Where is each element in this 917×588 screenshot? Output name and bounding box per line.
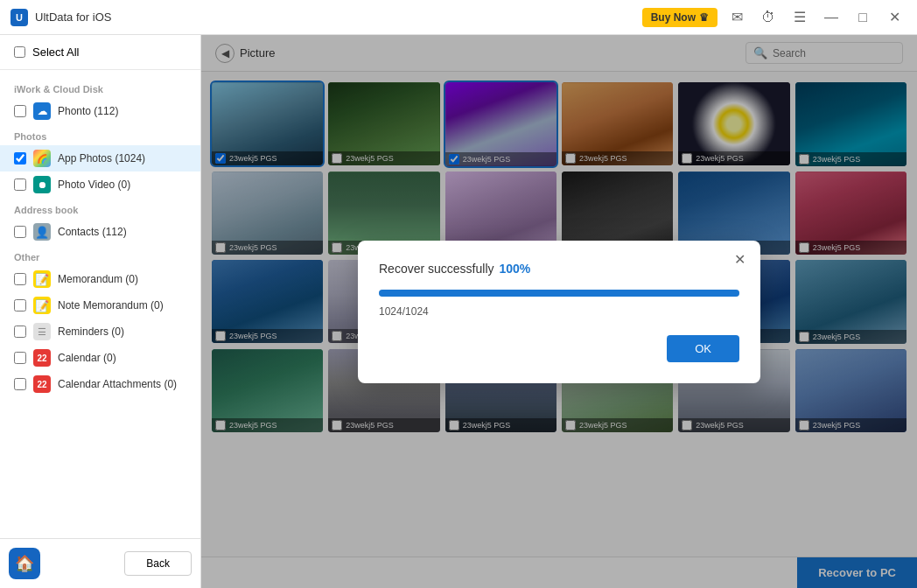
memorandum-icon: 📝 xyxy=(33,270,51,288)
main-layout: Select All iWork & Cloud Disk ☁ Phonto (… xyxy=(0,35,917,588)
title-bar-right: Buy Now ♛ ✉ ⏱ ☰ — □ ✕ xyxy=(642,5,906,30)
history-icon[interactable]: ⏱ xyxy=(756,5,780,30)
sidebar: Select All iWork & Cloud Disk ☁ Phonto (… xyxy=(0,35,201,588)
back-button[interactable]: Back xyxy=(124,551,192,576)
minimize-button[interactable]: — xyxy=(819,5,844,30)
phonto-checkbox[interactable] xyxy=(14,105,26,117)
modal-footer: OK xyxy=(379,335,739,362)
select-all-checkbox[interactable] xyxy=(14,46,25,58)
reminders-checkbox[interactable] xyxy=(14,326,26,338)
title-bar: U UltData for iOS Buy Now ♛ ✉ ⏱ ☰ — □ ✕ xyxy=(0,0,917,35)
app-photos-checkbox[interactable] xyxy=(14,152,26,164)
mail-icon[interactable]: ✉ xyxy=(724,5,749,30)
contacts-label: Contacts (112) xyxy=(58,226,186,238)
photo-video-label: Photo Video (0) xyxy=(58,178,186,191)
title-bar-left: U UltData for iOS xyxy=(10,9,111,26)
photo-video-checkbox[interactable] xyxy=(14,178,26,191)
sidebar-item-contacts[interactable]: 👤 Contacts (112) xyxy=(0,219,200,245)
modal-title-text: Recover successfully xyxy=(379,262,494,276)
app-logo: U xyxy=(10,9,28,26)
calendar-checkbox[interactable] xyxy=(14,352,26,364)
recovery-modal: ✕ Recover successfully 100% 1024/1024 OK xyxy=(358,241,760,383)
note-memorandum-icon: 📝 xyxy=(33,297,51,314)
memorandum-checkbox[interactable] xyxy=(14,273,26,285)
sidebar-item-phonto[interactable]: ☁ Phonto (112) xyxy=(0,98,200,124)
phonto-icon: ☁ xyxy=(33,102,51,120)
sidebar-content: iWork & Cloud Disk ☁ Phonto (112) Photos… xyxy=(0,70,200,538)
sidebar-header: Select All xyxy=(0,35,200,70)
note-memorandum-checkbox[interactable] xyxy=(14,299,26,312)
section-label-photos: Photos xyxy=(0,124,200,145)
phonto-label: Phonto (112) xyxy=(58,105,186,117)
modal-overlay: ✕ Recover successfully 100% 1024/1024 OK xyxy=(201,35,917,588)
close-button[interactable]: ✕ xyxy=(882,5,906,30)
modal-ok-button[interactable]: OK xyxy=(667,335,739,362)
progress-bar-fill xyxy=(379,290,739,297)
contacts-icon: 👤 xyxy=(33,223,51,241)
note-memorandum-label: Note Memorandum (0) xyxy=(58,299,186,312)
section-label-addressbook: Address book xyxy=(0,198,200,219)
calendar-label: Calendar (0) xyxy=(58,352,186,364)
section-label-other: Other xyxy=(0,245,200,266)
app-photos-icon: 🌈 xyxy=(33,150,51,167)
sidebar-item-photo-video[interactable]: ⏺ Photo Video (0) xyxy=(0,172,200,198)
home-button[interactable]: 🏠 xyxy=(9,548,40,579)
menu-icon[interactable]: ☰ xyxy=(788,5,812,30)
reminders-label: Reminders (0) xyxy=(58,326,186,338)
sidebar-item-memorandum[interactable]: 📝 Memorandum (0) xyxy=(0,266,200,292)
photo-video-icon: ⏺ xyxy=(33,176,51,193)
modal-percent: 100% xyxy=(500,262,531,276)
calendar-attachments-checkbox[interactable] xyxy=(14,378,26,390)
sidebar-item-reminders[interactable]: ☰ Reminders (0) xyxy=(0,318,200,345)
maximize-button[interactable]: □ xyxy=(850,5,875,30)
app-photos-label: App Photos (1024) xyxy=(58,152,186,164)
progress-bar-background xyxy=(379,290,739,297)
progress-count: 1024/1024 xyxy=(379,305,739,318)
sidebar-item-calendar-attachments[interactable]: 22 Calendar Attachments (0) xyxy=(0,371,200,397)
section-label-iwork: iWork & Cloud Disk xyxy=(0,77,200,98)
reminders-icon: ☰ xyxy=(33,323,51,340)
sidebar-item-calendar[interactable]: 22 Calendar (0) xyxy=(0,345,200,371)
calendar-icon: 22 xyxy=(33,349,51,367)
calendar-attachments-label: Calendar Attachments (0) xyxy=(58,378,186,390)
sidebar-item-app-photos[interactable]: 🌈 App Photos (1024) xyxy=(0,145,200,172)
crown-icon: ♛ xyxy=(699,11,709,24)
sidebar-item-note-memorandum[interactable]: 📝 Note Memorandum (0) xyxy=(0,292,200,318)
contacts-checkbox[interactable] xyxy=(14,226,26,238)
select-all-label: Select All xyxy=(32,46,79,59)
content-area: ◀ Picture 🔍 23wekj5 PGS 23wekj5 PGS 23we… xyxy=(201,35,917,588)
calendar-attachments-icon: 22 xyxy=(33,375,51,393)
memorandum-label: Memorandum (0) xyxy=(58,273,186,285)
app-title: UltData for iOS xyxy=(35,10,111,24)
buy-now-button[interactable]: Buy Now ♛ xyxy=(642,8,718,27)
sidebar-footer: 🏠 Back xyxy=(0,538,200,588)
modal-close-button[interactable]: ✕ xyxy=(729,249,750,270)
modal-title: Recover successfully 100% xyxy=(379,262,739,276)
